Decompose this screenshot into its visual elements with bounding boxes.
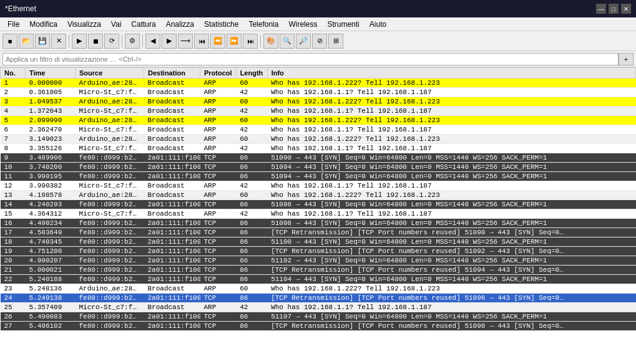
menu-file[interactable]: File xyxy=(2,19,24,29)
toolbar-start[interactable]: ▶ xyxy=(72,34,87,49)
table-cell: 86 xyxy=(236,163,267,172)
menu-strumenti[interactable]: Strumenti xyxy=(322,19,364,29)
filter-add-button[interactable]: + xyxy=(619,53,634,65)
packet-table-container[interactable]: No. Time Source Destination Protocol Len… xyxy=(0,67,636,364)
table-cell: 2a01:111:f100… xyxy=(144,312,200,322)
table-row[interactable]: 41.372643Micro-St_c7:f…BroadcastARP42Who… xyxy=(1,107,636,116)
toolbar-new[interactable]: ■ xyxy=(2,34,17,49)
table-row[interactable]: 265.490083fe80::d999:b2…2a01:111:f100…TC… xyxy=(1,312,636,322)
table-cell: 3.149023 xyxy=(26,135,76,144)
menu-visualizza[interactable]: Visualizza xyxy=(62,19,106,29)
table-row[interactable]: 235.248136Arduino_ae:28…BroadcastARP60Wh… xyxy=(1,284,636,294)
table-cell: ARP xyxy=(200,107,237,116)
toolbar-forward[interactable]: ▶ xyxy=(162,34,177,49)
table-cell: Broadcast xyxy=(144,303,200,312)
table-cell: fe80::d999:b2… xyxy=(76,153,144,163)
table-cell: [TCP Retransmission] [TCP Port numbers r… xyxy=(267,266,635,275)
table-cell: 4.740345 xyxy=(26,237,76,247)
menu-vai[interactable]: Vai xyxy=(106,19,126,29)
table-cell: 60 xyxy=(236,135,267,144)
table-row[interactable]: 164.490234fe80::d999:b2…2a01:111:f100…TC… xyxy=(1,219,636,228)
table-row[interactable]: 93.489906fe80::d999:b2…2a01:111:f100…TCP… xyxy=(1,153,636,163)
toolbar-first[interactable]: ⏮ xyxy=(194,34,209,49)
minimize-button[interactable]: — xyxy=(596,4,606,14)
col-header-time[interactable]: Time xyxy=(26,68,76,79)
table-row[interactable]: 275.496102fe80::d999:b2…2a01:111:f100…TC… xyxy=(1,322,636,331)
col-header-no[interactable]: No. xyxy=(1,68,26,79)
table-row[interactable]: 225.240188fe80::d999:b2…2a01:111:f100…TC… xyxy=(1,275,636,284)
table-cell: Broadcast xyxy=(144,79,200,88)
toolbar-zoom-in[interactable]: 🔍 xyxy=(280,34,295,49)
table-cell: Micro-St_c7:f… xyxy=(76,303,144,312)
table-row[interactable]: 10.000000Arduino_ae:28…BroadcastARP60Who… xyxy=(1,79,636,88)
table-row[interactable]: 62.362470Micro-St_c7:f…BroadcastARP42Who… xyxy=(1,125,636,135)
table-row[interactable]: 255.357409Micro-St_c7:f…BroadcastARP42Wh… xyxy=(1,303,636,312)
toolbar-sep1 xyxy=(69,35,69,47)
filter-input[interactable] xyxy=(2,53,619,65)
table-row[interactable]: 113.990195fe80::d999:b2…2a01:111:f100…TC… xyxy=(1,172,636,181)
table-cell: TCP xyxy=(200,228,237,237)
table-row[interactable]: 184.740345fe80::d999:b2…2a01:111:f100…TC… xyxy=(1,237,636,247)
toolbar-last[interactable]: ⏭ xyxy=(243,34,258,49)
table-cell: TCP xyxy=(200,200,237,209)
toolbar-zoom-normal[interactable]: ⊘ xyxy=(312,34,327,49)
table-cell: TCP xyxy=(200,219,237,228)
toolbar-goto[interactable]: ⟶ xyxy=(178,34,193,49)
toolbar-prev[interactable]: ⏪ xyxy=(210,34,225,49)
toolbar-stop[interactable]: ⏹ xyxy=(88,34,103,49)
table-row[interactable]: 83.355126Micro-St_c7:f…BroadcastARP42Who… xyxy=(1,144,636,153)
table-header-row: No. Time Source Destination Protocol Len… xyxy=(1,68,636,79)
table-cell: 4.751200 xyxy=(26,247,76,256)
menu-wireless[interactable]: Wireless xyxy=(283,19,322,29)
toolbar-resize-columns[interactable]: ⊞ xyxy=(328,34,343,49)
table-cell: 51102 → 443 [SYN] Seq=0 Win=64800 Len=0 … xyxy=(267,256,635,266)
table-row[interactable]: 194.751200fe80::d999:b2…2a01:111:f100…TC… xyxy=(1,247,636,256)
menu-statistiche[interactable]: Statistiche xyxy=(199,19,243,29)
table-row[interactable]: 73.149023Arduino_ae:28…BroadcastARP60Who… xyxy=(1,135,636,144)
close-button[interactable]: ✕ xyxy=(621,4,631,14)
toolbar-colorize[interactable]: 🎨 xyxy=(263,34,278,49)
menu-modifica[interactable]: Modifica xyxy=(24,19,62,29)
table-row[interactable]: 215.000021fe80::d999:b2…2a01:111:f100…TC… xyxy=(1,266,636,275)
table-cell: ARP xyxy=(200,284,237,294)
toolbar-back[interactable]: ◀ xyxy=(145,34,160,49)
table-cell: fe80::d999:b2… xyxy=(76,322,144,331)
toolbar-restart[interactable]: ⟳ xyxy=(104,34,119,49)
table-row[interactable]: 154.364312Micro-St_c7:f…BroadcastARP42Wh… xyxy=(1,209,636,219)
table-cell: 60 xyxy=(236,284,267,294)
table-row[interactable]: 20.361005Micro-St_c7:f…BroadcastARP42Who… xyxy=(1,88,636,97)
table-row[interactable]: 103.740200fe80::d999:b2…2a01:111:f100…TC… xyxy=(1,163,636,172)
toolbar-zoom-out[interactable]: 🔎 xyxy=(296,34,311,49)
toolbar-capture-options[interactable]: ⚙ xyxy=(125,34,140,49)
table-row[interactable]: 174.503649fe80::d999:b2…2a01:111:f100…TC… xyxy=(1,228,636,237)
col-header-length[interactable]: Length xyxy=(236,68,267,79)
toolbar-next[interactable]: ⏩ xyxy=(227,34,242,49)
table-cell: 1 xyxy=(1,79,26,88)
menu-cattura[interactable]: Cattura xyxy=(126,19,160,29)
table-row[interactable]: 52.099990Arduino_ae:28…BroadcastARP60Who… xyxy=(1,116,636,125)
table-cell: [TCP Retransmission] [TCP Port numbers r… xyxy=(267,294,635,303)
table-row[interactable]: 144.240293fe80::d999:b2…2a01:111:f100…TC… xyxy=(1,200,636,209)
table-cell: 27 xyxy=(1,322,26,331)
table-row[interactable]: 31.049537Arduino_ae:28…BroadcastARP60Who… xyxy=(1,97,636,107)
col-header-protocol[interactable]: Protocol xyxy=(200,68,237,79)
table-row[interactable]: 204.990207fe80::d999:b2…2a01:111:f100…TC… xyxy=(1,256,636,266)
window-controls[interactable]: — □ ✕ xyxy=(596,4,631,14)
table-cell: 86 xyxy=(236,275,267,284)
table-row[interactable]: 134.198578Arduino_ae:28…BroadcastARP60Wh… xyxy=(1,191,636,200)
toolbar-save[interactable]: 💾 xyxy=(35,34,50,49)
maximize-button[interactable]: □ xyxy=(609,4,619,14)
table-row[interactable]: 245.249138fe80::d999:b2…2a01:111:f100…TC… xyxy=(1,294,636,303)
table-cell: ARP xyxy=(200,79,237,88)
menu-analizza[interactable]: Analizza xyxy=(161,19,199,29)
table-row[interactable]: 123.990382Micro-St_c7:f…BroadcastARP42Wh… xyxy=(1,181,636,191)
toolbar-open[interactable]: 📂 xyxy=(19,34,34,49)
menu-telefonia[interactable]: Telefonia xyxy=(243,19,283,29)
table-cell: 2a01:111:f100… xyxy=(144,237,200,247)
col-header-source[interactable]: Source xyxy=(76,68,144,79)
table-cell: 60 xyxy=(236,116,267,125)
col-header-destination[interactable]: Destination xyxy=(144,68,200,79)
toolbar-close[interactable]: ✕ xyxy=(51,34,66,49)
menu-aiuto[interactable]: Aiuto xyxy=(364,19,391,29)
col-header-info[interactable]: Info xyxy=(267,68,635,79)
